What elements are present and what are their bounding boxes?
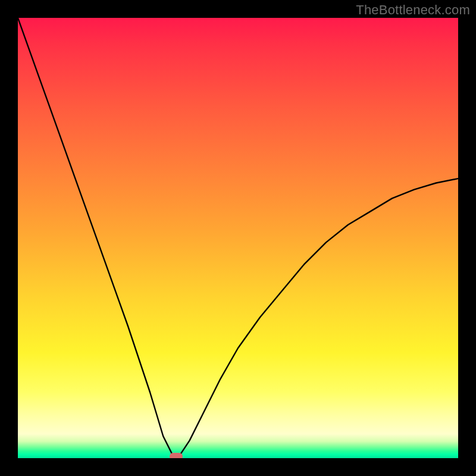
chart-frame: TheBottleneck.com xyxy=(0,0,476,476)
watermark-text: TheBottleneck.com xyxy=(356,2,470,18)
bottleneck-curve xyxy=(18,18,458,458)
plot-area xyxy=(18,18,458,458)
optimal-point-marker xyxy=(170,453,183,458)
